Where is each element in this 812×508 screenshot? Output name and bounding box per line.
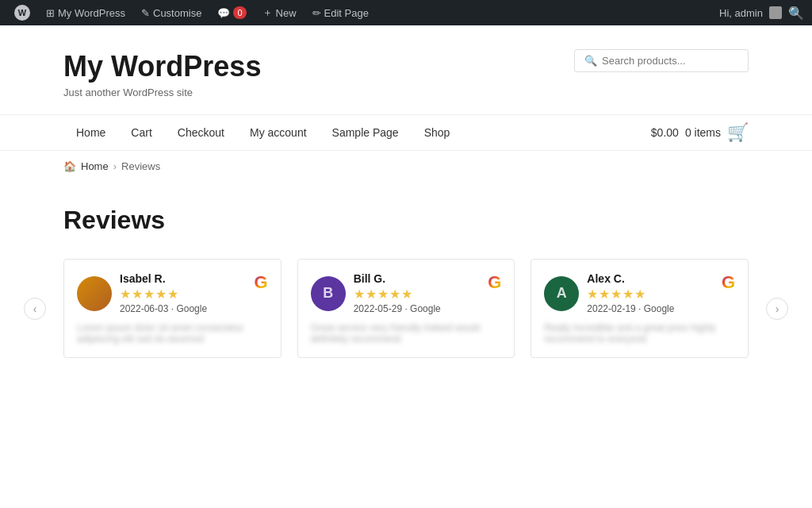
review-card-1: Isabel R. ★★★★★ 2022-06-03 · Google G Lo… (63, 259, 282, 358)
review-date-2: 2022-05-29 · Google (354, 303, 441, 314)
admin-greeting: Hi, admin (719, 7, 763, 19)
cart-info: $0.00 0 items 🛒 (651, 122, 749, 143)
cart-amount: $0.00 (651, 126, 679, 139)
edit-page-icon: ✏ (312, 7, 321, 19)
review-card-3: A Alex C. ★★★★★ 2022-02-19 · Google G Re… (530, 259, 749, 358)
review-header-2: B Bill G. ★★★★★ 2022-05-29 · Google G (311, 272, 502, 314)
reviewer-avatar-3: A (544, 276, 579, 311)
review-text-1: Lorem ipsum dolor sit amet consectetur a… (77, 322, 268, 344)
site-branding: My WordPress Just another WordPress site (63, 49, 261, 98)
admin-bar-customise[interactable]: ✎ Customise (135, 0, 208, 25)
review-date-3: 2022-02-19 · Google (587, 303, 674, 314)
reviewer-avatar-1 (77, 276, 112, 311)
reviewer-stars-3: ★★★★★ (587, 287, 674, 302)
review-header-3: A Alex C. ★★★★★ 2022-02-19 · Google G (544, 272, 735, 314)
reviewer-info-1: Isabel R. ★★★★★ 2022-06-03 · Google (77, 272, 207, 314)
comments-count: 0 (233, 6, 246, 19)
site-title: My WordPress (63, 49, 261, 83)
reviewer-details-1: Isabel R. ★★★★★ 2022-06-03 · Google (120, 272, 207, 314)
customise-icon: ✎ (141, 7, 150, 19)
cart-basket-icon[interactable]: 🛒 (727, 122, 749, 143)
review-card-2: B Bill G. ★★★★★ 2022-05-29 · Google G Gr… (297, 259, 515, 358)
main-content: Reviews ‹ Isabel R. ★★★★★ 202 (0, 182, 812, 382)
google-logo-1: G (255, 272, 268, 293)
admin-bar: W ⊞ My WordPress ✎ Customise 💬 0 ＋ New ✏… (0, 0, 812, 25)
reviewer-details-2: Bill G. ★★★★★ 2022-05-29 · Google (354, 272, 441, 314)
breadcrumb-separator: › (113, 160, 117, 172)
search-icon: 🔍 (584, 55, 597, 67)
nav-my-account[interactable]: My account (237, 115, 320, 150)
search-input[interactable] (602, 55, 738, 67)
admin-bar-right: Hi, admin 🔍 (719, 6, 804, 21)
nav-cart[interactable]: Cart (118, 115, 164, 150)
reviewer-name-2: Bill G. (354, 272, 441, 285)
admin-bar-left: W ⊞ My WordPress ✎ Customise 💬 0 ＋ New ✏… (8, 0, 375, 25)
review-text-3: Really incredible and a great price high… (544, 322, 735, 344)
admin-site-icon: ⊞ (46, 7, 55, 19)
reviewer-name-1: Isabel R. (120, 272, 207, 285)
breadcrumb: 🏠 Home › Reviews (0, 151, 812, 182)
reviewer-details-3: Alex C. ★★★★★ 2022-02-19 · Google (587, 272, 674, 314)
review-date-1: 2022-06-03 · Google (120, 303, 207, 314)
reviewer-stars-2: ★★★★★ (354, 287, 441, 302)
reviewer-stars-1: ★★★★★ (120, 287, 207, 302)
site-wrapper: My WordPress Just another WordPress site… (0, 0, 812, 382)
admin-search-icon[interactable]: 🔍 (788, 6, 804, 21)
wp-logo-icon: W (14, 5, 30, 21)
comments-icon: 💬 (217, 7, 230, 19)
new-icon: ＋ (262, 6, 273, 20)
cart-item-count: 0 items (685, 126, 721, 139)
nav-checkout[interactable]: Checkout (165, 115, 237, 150)
nav-shop[interactable]: Shop (412, 115, 463, 150)
reviewer-info-3: A Alex C. ★★★★★ 2022-02-19 · Google (544, 272, 674, 314)
admin-bar-edit-page[interactable]: ✏ Edit Page (306, 0, 375, 25)
carousel-prev-button[interactable]: ‹ (24, 298, 46, 320)
search-box[interactable]: 🔍 (574, 49, 749, 72)
review-header-1: Isabel R. ★★★★★ 2022-06-03 · Google G (77, 272, 268, 314)
carousel-next-button[interactable]: › (766, 298, 788, 320)
admin-bar-comments[interactable]: 💬 0 (211, 0, 252, 25)
breadcrumb-current: Reviews (121, 160, 160, 172)
admin-avatar[interactable] (769, 6, 782, 19)
nav-home[interactable]: Home (63, 115, 118, 150)
site-header: My WordPress Just another WordPress site… (0, 25, 812, 114)
reviewer-name-3: Alex C. (587, 272, 674, 285)
reviewer-avatar-2: B (311, 276, 346, 311)
nav-links: Home Cart Checkout My account Sample Pag… (63, 115, 462, 150)
site-nav: Home Cart Checkout My account Sample Pag… (0, 114, 812, 151)
reviews-grid: Isabel R. ★★★★★ 2022-06-03 · Google G Lo… (63, 259, 749, 358)
google-logo-2: G (488, 272, 501, 293)
site-tagline: Just another WordPress site (63, 87, 261, 98)
admin-bar-wp-logo[interactable]: W (8, 0, 36, 25)
admin-bar-site-name[interactable]: ⊞ My WordPress (40, 0, 132, 25)
home-icon: 🏠 (63, 160, 76, 172)
admin-bar-new[interactable]: ＋ New (256, 0, 303, 25)
nav-sample-page[interactable]: Sample Page (320, 115, 412, 150)
page-title: Reviews (63, 206, 749, 235)
breadcrumb-home-link[interactable]: Home (81, 160, 109, 172)
reviewer-info-2: B Bill G. ★★★★★ 2022-05-29 · Google (311, 272, 441, 314)
reviews-carousel-wrapper: ‹ Isabel R. ★★★★★ 2022-06-03 · Google (63, 259, 749, 358)
review-text-2: Great service very friendly indeed would… (311, 322, 502, 344)
google-logo-3: G (722, 272, 735, 293)
